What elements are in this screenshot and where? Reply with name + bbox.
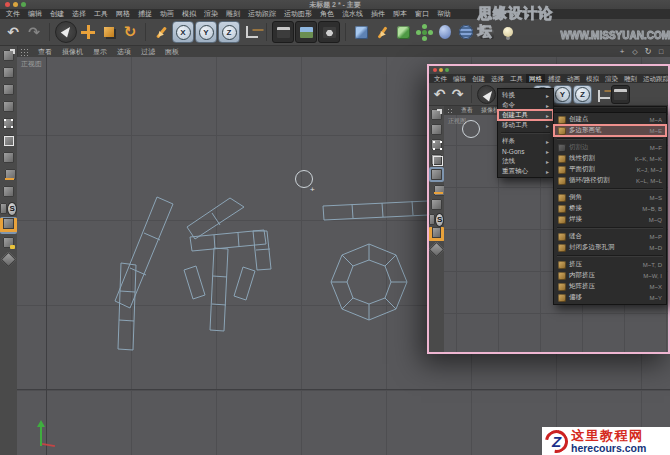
texture-mode-icon[interactable] xyxy=(429,122,444,137)
model-mode-icon[interactable] xyxy=(0,64,17,81)
menu-item[interactable]: 模拟 xyxy=(178,9,200,19)
menu-row[interactable]: 偏移 M~Y ▸ xyxy=(554,292,666,303)
lock-z-icon[interactable]: Z xyxy=(218,21,240,43)
menu-item[interactable]: 编辑 xyxy=(450,74,469,83)
viewport-menu-item[interactable]: 过滤 xyxy=(136,47,160,57)
menu-item[interactable]: 动画 xyxy=(156,9,178,19)
menu-item[interactable]: 工具 xyxy=(90,9,112,19)
menu-item[interactable]: 脚本 xyxy=(389,9,411,19)
drag-handle-icon[interactable] xyxy=(447,108,453,114)
viewport-snap-icon[interactable] xyxy=(429,197,444,212)
menu-row[interactable]: 内部挤压 M~W, I ▸ xyxy=(554,270,666,281)
menu-row[interactable]: 封闭多边形孔洞 M~D ▸ xyxy=(554,242,666,253)
live-selection-icon[interactable] xyxy=(55,21,77,43)
zoom-window-icon[interactable] xyxy=(445,68,449,72)
menu-item[interactable]: 帮助 xyxy=(433,9,455,19)
snap-settings-icon[interactable]: S xyxy=(0,200,17,217)
light-icon[interactable] xyxy=(498,22,518,42)
menu-row[interactable]: 法线 ▸ xyxy=(498,156,553,166)
make-editable-icon[interactable] xyxy=(0,47,17,64)
menu-row[interactable]: 创建工具 ▸ xyxy=(498,110,553,120)
recent-tool-polygon-pen-icon[interactable] xyxy=(151,22,171,42)
menu-item[interactable]: 文件 xyxy=(2,9,24,19)
snap-settings-icon[interactable]: S xyxy=(429,212,444,227)
menu-item[interactable]: 动画 xyxy=(564,74,583,83)
enable-axis-icon[interactable] xyxy=(0,166,17,183)
redo-icon[interactable] xyxy=(449,86,466,103)
menu-row[interactable]: 转换 ▸ xyxy=(498,90,553,100)
lock-x-icon[interactable]: X xyxy=(172,21,194,43)
quantize-grid-icon[interactable] xyxy=(0,251,17,268)
menu-item[interactable]: 插件 xyxy=(367,9,389,19)
viewport-menu-item[interactable]: 摄像机 xyxy=(57,47,88,57)
move-icon[interactable] xyxy=(78,22,98,42)
menu-row[interactable]: 平面切割 K~J, M~J ▸ xyxy=(554,164,666,175)
coordinate-system-icon[interactable] xyxy=(593,86,610,103)
menu-item[interactable]: 模拟 xyxy=(583,74,602,83)
pan-view-icon[interactable] xyxy=(617,47,627,56)
menu-row[interactable]: N-Gons ▸ xyxy=(498,146,553,156)
pen-spline-icon[interactable] xyxy=(372,22,392,42)
menu-row[interactable]: 倒角 M~S ▸ xyxy=(554,192,666,203)
menu-row[interactable]: 矩阵挤压 M~X ▸ xyxy=(554,281,666,292)
lock-y-icon[interactable]: Y xyxy=(553,85,572,104)
menu-row[interactable]: 样条 ▸ xyxy=(498,136,553,146)
menu-item[interactable]: 角色 xyxy=(316,9,338,19)
menu-item[interactable]: 渲染 xyxy=(200,9,222,19)
array-generator-icon[interactable] xyxy=(414,22,434,42)
menu-item[interactable]: 捕捉 xyxy=(545,74,564,83)
menu-row[interactable]: 命令 ▸ xyxy=(498,100,553,110)
edges-mode-icon[interactable] xyxy=(429,152,444,167)
menu-item[interactable]: 雕刻 xyxy=(222,9,244,19)
menu-item[interactable]: 创建 xyxy=(469,74,488,83)
render-view-icon[interactable] xyxy=(611,85,630,104)
viewport-menu-item[interactable]: 面板 xyxy=(160,47,184,57)
live-selection-icon[interactable] xyxy=(477,85,496,104)
points-mode-icon[interactable] xyxy=(429,137,444,152)
texture-mode-icon[interactable] xyxy=(0,81,17,98)
lock-z-icon[interactable]: Z xyxy=(573,85,592,104)
menu-row[interactable]: 焊接 M~Q ▸ xyxy=(554,214,666,225)
edges-mode-icon[interactable] xyxy=(0,132,17,149)
menu-item[interactable]: 流水线 xyxy=(338,9,367,19)
render-picture-viewer-icon[interactable] xyxy=(295,21,317,43)
undo-icon[interactable] xyxy=(3,22,23,42)
subdivision-surface-icon[interactable] xyxy=(393,22,413,42)
menu-item[interactable]: 渲染 xyxy=(602,74,621,83)
coordinate-system-icon[interactable] xyxy=(241,22,261,42)
menu-item[interactable]: 运动跟踪 xyxy=(244,9,280,19)
viewport-menu-item[interactable]: 查看 xyxy=(457,106,477,115)
redo-icon[interactable] xyxy=(24,22,44,42)
quantize-grid-icon[interactable] xyxy=(429,242,444,257)
menu-row[interactable]: 线性切割 K~K, M~K ▸ xyxy=(554,153,666,164)
menu-item[interactable]: 运动跟踪 xyxy=(640,74,668,83)
rotate-icon[interactable] xyxy=(120,22,140,42)
menu-row[interactable]: 缝合 M~P ▸ xyxy=(554,231,666,242)
menu-row[interactable]: 桥接 M~B, B ▸ xyxy=(554,203,666,214)
close-window-icon[interactable] xyxy=(433,68,437,72)
magnet-snap-icon[interactable] xyxy=(429,227,444,242)
render-view-icon[interactable] xyxy=(272,21,294,43)
primitive-cube-icon[interactable] xyxy=(351,22,371,42)
menu-item[interactable]: 选择 xyxy=(68,9,90,19)
make-editable-icon[interactable] xyxy=(429,107,444,122)
menu-item[interactable]: 创建 xyxy=(46,9,68,19)
menu-item[interactable]: 选择 xyxy=(488,74,507,83)
workplane-lock-icon[interactable] xyxy=(0,234,17,251)
polygons-mode-icon[interactable] xyxy=(0,149,17,166)
workplane-mode-icon[interactable] xyxy=(0,98,17,115)
menu-item[interactable]: 运动图形 xyxy=(280,9,316,19)
undo-icon[interactable] xyxy=(431,86,448,103)
submenu-title-bar[interactable] xyxy=(554,108,666,113)
menu-item[interactable]: 网格 xyxy=(112,9,134,19)
render-settings-icon[interactable] xyxy=(318,21,340,43)
zoom-view-icon[interactable] xyxy=(630,47,640,56)
lock-y-icon[interactable]: Y xyxy=(195,21,217,43)
menu-item[interactable]: 编辑 xyxy=(24,9,46,19)
menu-item[interactable]: 雕刻 xyxy=(621,74,640,83)
scale-icon[interactable] xyxy=(99,22,119,42)
menu-row[interactable]: 创建点 M~A ▸ xyxy=(554,114,666,125)
sphere-deformer-icon[interactable] xyxy=(435,22,455,42)
menu-row[interactable]: 多边形画笔 M~E ▸ xyxy=(554,125,666,136)
viewport-menu-item[interactable]: 选项 xyxy=(112,47,136,57)
